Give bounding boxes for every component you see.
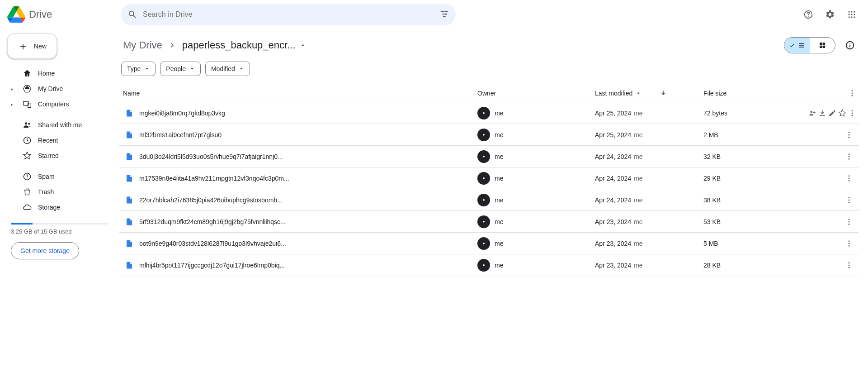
file-modified: Apr 25, 2024me xyxy=(595,110,703,117)
avatar: ● xyxy=(477,172,490,185)
drive-logo-icon xyxy=(7,5,25,24)
svg-point-51 xyxy=(849,267,850,268)
devices-icon xyxy=(23,100,32,109)
svg-point-37 xyxy=(849,175,850,177)
sidebar-item-recent[interactable]: ▸ Recent xyxy=(7,133,112,148)
logo[interactable]: Drive xyxy=(7,5,118,24)
svg-point-44 xyxy=(849,221,850,222)
apps-icon[interactable] xyxy=(843,5,861,24)
file-row[interactable]: mgkei0i8ja8m0rq7gkd8op3vkg ●me Apr 25, 2… xyxy=(119,102,859,124)
file-modified: Apr 24, 2024me xyxy=(595,153,703,160)
new-button[interactable]: ＋ New xyxy=(7,33,57,59)
svg-point-28 xyxy=(852,110,853,111)
breadcrumb-current[interactable]: paperless_backup_encr... xyxy=(179,37,310,54)
star-icon[interactable] xyxy=(838,106,846,120)
file-row[interactable]: ml32bms1ai9cefnnt7pt7glsu0 ●me Apr 25, 2… xyxy=(119,124,859,146)
file-row[interactable]: m17539n8e4iita41a9hv211rnpgtn12vf3nqo4fc… xyxy=(119,167,859,189)
search-bar[interactable] xyxy=(121,4,456,25)
sidebar-item-my-drive[interactable]: ▸ My Drive xyxy=(7,81,112,96)
avatar: ● xyxy=(477,194,490,206)
share-icon[interactable] xyxy=(808,106,816,120)
sidebar-item-starred[interactable]: ▸ Starred xyxy=(7,148,112,163)
col-size[interactable]: File size xyxy=(703,90,839,97)
more-icon[interactable] xyxy=(842,258,856,272)
col-more[interactable] xyxy=(848,89,859,97)
star-icon xyxy=(23,151,32,160)
more-icon[interactable] xyxy=(842,171,856,186)
file-size: 53 KB xyxy=(703,218,839,225)
chevron-right-icon: ▸ xyxy=(11,102,16,107)
file-row[interactable]: 5rf9312duqm9fkt24cm89gh16j9gj2bg75fvnnli… xyxy=(119,211,859,233)
filter-modified[interactable]: Modified xyxy=(205,62,250,76)
sidebar-item-home[interactable]: ▸ Home xyxy=(7,66,112,81)
svg-point-2 xyxy=(443,16,445,18)
svg-point-13 xyxy=(854,16,855,18)
filter-people[interactable]: People xyxy=(160,62,201,76)
list-view-button[interactable] xyxy=(784,38,810,53)
file-row[interactable]: bot9n9e9g40r03stdv128l6287l9u1go3l9vhvaj… xyxy=(119,233,859,254)
svg-point-16 xyxy=(25,122,27,124)
sort-desc-icon xyxy=(635,90,642,96)
col-modified[interactable]: Last modified xyxy=(595,90,703,97)
sidebar-item-storage[interactable]: ▸ Storage xyxy=(7,200,112,215)
grid-view-button[interactable] xyxy=(810,38,835,53)
sidebar-item-trash[interactable]: ▸ Trash xyxy=(7,185,112,199)
edit-icon[interactable] xyxy=(828,106,836,120)
file-row[interactable]: 22or7hblcah2i76385j0pia426uibuphcg9stosb… xyxy=(119,189,859,211)
col-name[interactable]: Name xyxy=(119,90,477,97)
search-icon xyxy=(127,10,137,19)
info-icon[interactable] xyxy=(841,36,859,54)
download-icon[interactable] xyxy=(818,106,826,120)
file-icon xyxy=(119,196,139,204)
topbar: Drive xyxy=(0,0,868,29)
search-input[interactable] xyxy=(143,10,434,19)
file-row[interactable]: 3du0j3o24ldri5l5d93uo0s5rvhue9q7i7afjaig… xyxy=(119,146,859,167)
sidebar-item-label: Shared with me xyxy=(38,121,82,129)
chevron-right-icon: ▸ xyxy=(11,86,16,91)
svg-point-38 xyxy=(849,177,850,179)
sidebar-item-computers[interactable]: ▸ Computers xyxy=(7,97,112,111)
more-icon[interactable] xyxy=(842,215,856,229)
avatar: ● xyxy=(477,129,490,141)
file-owner: ●me xyxy=(477,150,595,163)
clock-icon xyxy=(23,136,32,145)
sidebar-item-label: Recent xyxy=(38,137,58,144)
svg-point-27 xyxy=(811,110,813,113)
svg-point-33 xyxy=(849,136,850,138)
svg-point-49 xyxy=(849,262,850,263)
more-icon[interactable] xyxy=(842,128,856,142)
svg-point-36 xyxy=(849,158,850,159)
col-owner[interactable]: Owner xyxy=(477,90,595,97)
sidebar-item-shared-with-me[interactable]: ▸ Shared with me xyxy=(7,118,112,132)
more-icon[interactable] xyxy=(842,193,856,207)
file-modified: Apr 24, 2024me xyxy=(595,175,703,182)
more-icon[interactable] xyxy=(842,149,856,164)
svg-point-46 xyxy=(849,240,850,242)
file-name: 5rf9312duqm9fkt24cm89gh16j9gj2bg75fvnnli… xyxy=(139,218,477,225)
arrow-down-icon[interactable] xyxy=(660,90,667,97)
file-icon xyxy=(119,153,139,161)
avatar: ● xyxy=(477,237,490,250)
svg-point-12 xyxy=(851,16,852,18)
file-name: mlhij4br5pot1177ijgccgcdj12o7gui17jlroe6… xyxy=(139,262,477,269)
more-icon[interactable] xyxy=(842,236,856,251)
file-owner: ●me xyxy=(477,259,595,272)
people-icon xyxy=(23,120,32,129)
svg-point-47 xyxy=(849,243,850,244)
file-modified: Apr 23, 2024me xyxy=(595,262,703,269)
file-name: ml32bms1ai9cefnnt7pt7glsu0 xyxy=(139,131,477,139)
svg-point-48 xyxy=(849,245,850,246)
svg-point-25 xyxy=(852,92,853,94)
sidebar-item-spam[interactable]: ▸ Spam xyxy=(7,169,112,184)
svg-point-7 xyxy=(854,11,855,13)
filter-type[interactable]: Type xyxy=(121,62,156,76)
help-icon[interactable] xyxy=(799,5,817,24)
settings-icon[interactable] xyxy=(821,5,839,24)
filter-icon[interactable] xyxy=(439,10,449,19)
chevron-right-icon xyxy=(168,41,177,50)
file-row[interactable]: mlhij4br5pot1177ijgccgcdj12o7gui17jlroe6… xyxy=(119,254,859,276)
svg-point-4 xyxy=(808,16,808,17)
more-icon[interactable] xyxy=(848,106,856,120)
breadcrumb-root[interactable]: My Drive xyxy=(119,37,166,54)
get-more-storage-button[interactable]: Get more storage xyxy=(11,242,79,259)
